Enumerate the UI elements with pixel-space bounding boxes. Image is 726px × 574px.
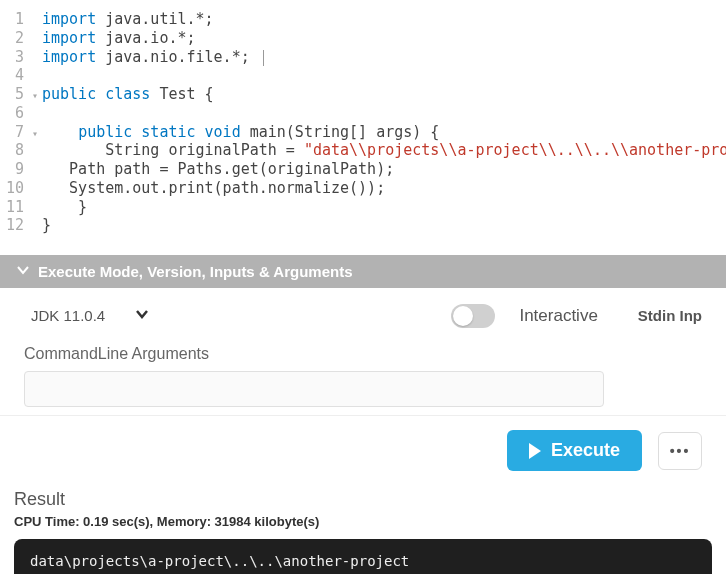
code-line[interactable]: 10 System.out.print(path.normalize());: [0, 179, 726, 198]
text-cursor: [263, 50, 264, 66]
execute-button[interactable]: Execute: [507, 430, 642, 471]
fold-marker-icon[interactable]: ▾: [32, 128, 42, 141]
code-line[interactable]: 3import java.nio.file.*;: [0, 48, 726, 67]
jdk-version-select[interactable]: JDK 11.0.4: [24, 302, 156, 329]
jdk-version-label: JDK 11.0.4: [31, 307, 105, 324]
fold-marker-icon[interactable]: ▾: [32, 90, 42, 103]
dots-icon: •••: [670, 443, 691, 459]
code-line[interactable]: 12}: [0, 216, 726, 235]
code-line[interactable]: 4: [0, 66, 726, 85]
action-row: Execute •••: [0, 416, 726, 485]
code-editor[interactable]: 1import java.util.*;2import java.io.*;3i…: [0, 0, 726, 255]
interactive-label: Interactive: [519, 306, 597, 326]
line-number: 6: [0, 104, 42, 123]
execute-panel-header[interactable]: Execute Mode, Version, Inputs & Argument…: [0, 255, 726, 288]
code-content: import java.util.*;: [42, 10, 214, 29]
code-line[interactable]: 8 String originalPath = "data\\projects\…: [0, 141, 726, 160]
code-line[interactable]: 7▾ public static void main(String[] args…: [0, 123, 726, 142]
stdin-label: Stdin Inp: [638, 307, 702, 324]
code-content: Path path = Paths.get(originalPath);: [42, 160, 394, 179]
toggle-knob: [453, 306, 473, 326]
code-line[interactable]: 1import java.util.*;: [0, 10, 726, 29]
code-line[interactable]: 11 }: [0, 198, 726, 217]
settings-body: JDK 11.0.4 Interactive Stdin Inp Command…: [0, 288, 726, 416]
result-title: Result: [14, 489, 712, 510]
code-line[interactable]: 6: [0, 104, 726, 123]
code-content: import java.nio.file.*;: [42, 48, 264, 67]
console-output: data\projects\a-project\..\..\another-pr…: [14, 539, 712, 574]
code-content: ▾public class Test {: [42, 85, 214, 104]
result-meta: CPU Time: 0.19 sec(s), Memory: 31984 kil…: [14, 514, 712, 529]
interactive-toggle[interactable]: [451, 304, 495, 328]
chevron-down-icon: [135, 307, 149, 324]
line-number: 3: [0, 48, 42, 67]
line-number: 8: [0, 141, 42, 160]
line-number: 11: [0, 198, 42, 217]
code-content: import java.io.*;: [42, 29, 196, 48]
line-number: 4: [0, 66, 42, 85]
panel-title: Execute Mode, Version, Inputs & Argument…: [38, 263, 353, 280]
execute-button-label: Execute: [551, 440, 620, 461]
code-content: String originalPath = "data\\projects\\a…: [42, 141, 726, 160]
code-line[interactable]: 9 Path path = Paths.get(originalPath);: [0, 160, 726, 179]
code-content: }: [42, 216, 51, 235]
line-number: 1: [0, 10, 42, 29]
more-button[interactable]: •••: [658, 432, 702, 470]
code-line[interactable]: 2import java.io.*;: [0, 29, 726, 48]
line-number: 9: [0, 160, 42, 179]
line-number: 12: [0, 216, 42, 235]
code-line[interactable]: 5▾public class Test {: [0, 85, 726, 104]
line-number: 2: [0, 29, 42, 48]
code-content: }: [42, 198, 87, 217]
code-content: System.out.print(path.normalize());: [42, 179, 385, 198]
chevron-down-icon: [16, 263, 30, 280]
code-content: ▾ public static void main(String[] args)…: [42, 123, 439, 142]
cmdline-label: CommandLine Arguments: [24, 345, 702, 363]
play-icon: [529, 443, 541, 459]
cmdline-input[interactable]: [24, 371, 604, 407]
result-section: Result CPU Time: 0.19 sec(s), Memory: 31…: [0, 485, 726, 574]
line-number: 10: [0, 179, 42, 198]
